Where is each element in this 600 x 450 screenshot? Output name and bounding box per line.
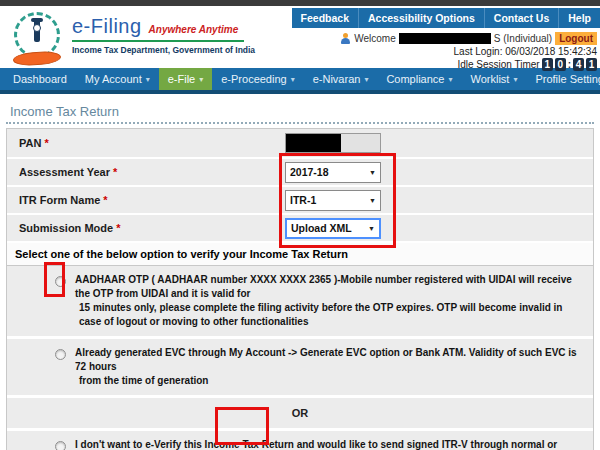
chevron-down-icon: ▾ [146,75,150,84]
pan-label: PAN* [7,137,285,149]
main-content: Income Tax Return PAN* Assessment Year* … [6,104,594,450]
nav-profile-settings[interactable]: Profile Settings ▾ [526,68,600,90]
title-divider [6,122,594,124]
chevron-down-icon: ▾ [513,75,517,84]
pan-redaction [286,134,341,152]
logout-button[interactable]: Logout [555,32,597,45]
nav-e-proceeding[interactable]: e-Proceeding ▾ [212,68,303,90]
brand-subtitle: Income Tax Department, Government of Ind… [72,45,255,55]
user-icon [340,33,351,44]
welcome-row: Welcome S (Individual) Logout [340,32,597,45]
brand-block: e-Filing Anywhere Anytime Income Tax Dep… [72,15,255,55]
itr-form-panel: PAN* Assessment Year* 2017-18 ▼ ITR Form… [6,128,594,450]
nav-dashboard[interactable]: Dashboard [4,68,76,90]
required-asterisk: * [113,166,117,178]
accessibility-options-link[interactable]: Accessibility Options [358,8,484,28]
feedback-link[interactable]: Feedback [292,8,358,28]
page-title: Income Tax Return [10,104,594,119]
required-asterisk: * [103,194,107,206]
brand-underline [72,40,244,42]
option-aadhaar-otp: AADHAAR OTP ( AADHAAR number XXXX XXXX 2… [7,266,593,339]
brand-title: e-Filing [72,15,142,38]
required-asterisk: * [116,222,120,234]
chevron-down-icon: ▾ [199,75,203,84]
timer-digit: 4 [573,58,584,71]
aadhaar-otp-text: AADHAAR OTP ( AADHAAR number XXXX XXXX 2… [75,273,585,329]
idle-timer-label: Idle Session Timer [457,59,539,70]
assessment-year-row: Assessment Year* 2017-18 ▼ [7,159,593,187]
aadhaar-otp-radio[interactable] [55,276,66,287]
utility-links-bar: Feedback Accessibility Options Contact U… [292,8,600,28]
dropdown-caret-icon: ▼ [368,225,375,232]
nav-worklist[interactable]: Worklist ▾ [462,68,527,90]
income-tax-dept-logo [12,12,64,66]
timer-colon: : [568,59,571,70]
main-navbar: Dashboard My Account ▾ e-File ▾ e-Procee… [0,68,600,94]
idle-session-timer: Idle Session Timer 1 0 : 4 1 [457,58,597,71]
dropdown-caret-icon: ▼ [369,169,376,176]
timer-digit: 1 [586,58,597,71]
assessment-year-select[interactable]: 2017-18 ▼ [285,162,381,183]
chevron-down-icon: ▾ [448,75,452,84]
itr-v-post-radio[interactable] [55,441,66,450]
or-separator: OR [7,398,593,431]
submission-mode-row: Submission Mode* Upload XML ▼ [7,215,593,243]
chevron-down-icon: ▾ [291,75,295,84]
option-itr-v-post: I don't want to e-Verify this Income Tax… [7,431,593,450]
timer-digit: 0 [555,58,566,71]
brand-tagline: Anywhere Anytime [149,24,239,35]
itr-form-name-label: ITR Form Name* [7,194,285,206]
itr-form-name-row: ITR Form Name* ITR-1 ▼ [7,187,593,215]
nav-e-file[interactable]: e-File ▾ [159,68,213,90]
evc-text: Already generated EVC through My Account… [75,346,585,388]
option-evc: Already generated EVC through My Account… [7,339,593,398]
submission-mode-select[interactable]: Upload XML ▼ [285,218,381,239]
required-asterisk: * [44,137,48,149]
verify-options-header: Select one of the below option to verify… [7,243,593,266]
last-login-text: Last Login: 06/03/2018 15:42:34 [454,46,597,57]
help-link[interactable]: Help [558,8,600,28]
evc-radio[interactable] [55,349,66,360]
itr-v-post-text: I don't want to e-Verify this Income Tax… [75,438,585,450]
pan-row: PAN* [7,129,593,159]
nav-compliance[interactable]: Compliance ▾ [377,68,461,90]
nav-e-nivaran[interactable]: e-Nivaran ▾ [304,68,378,90]
itr-form-name-select[interactable]: ITR-1 ▼ [285,190,381,211]
site-header: e-Filing Anywhere Anytime Income Tax Dep… [0,6,600,68]
user-type-label: S (Individual) [494,33,552,44]
redacted-username [399,33,491,44]
dropdown-caret-icon: ▼ [369,197,376,204]
submission-mode-label: Submission Mode* [7,222,285,234]
nav-my-account[interactable]: My Account ▾ [76,68,159,90]
welcome-label: Welcome [354,33,396,44]
chevron-down-icon: ▾ [364,75,368,84]
timer-digit: 1 [542,58,553,71]
contact-us-link[interactable]: Contact Us [484,8,558,28]
pan-field[interactable] [285,133,381,153]
logo-ribbon [13,50,62,66]
assessment-year-label: Assessment Year* [7,166,285,178]
